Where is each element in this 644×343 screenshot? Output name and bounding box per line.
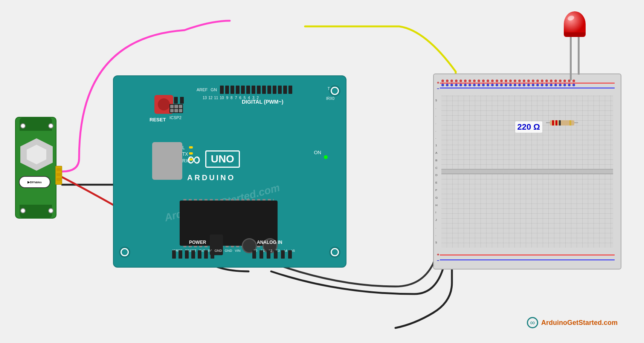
diagram-container: ▶DIY ables ArduinoGetStarted.com [0,0,644,343]
icsp2-label: ICSP2 [169,115,182,120]
arduino-text: ARDUINO [187,173,235,182]
d-pin-12 [225,86,229,94]
r-band-4 [569,120,571,126]
led-body [564,11,586,37]
sensor-connector [55,166,62,185]
arduino-uno: ArduinoGetStarted.com RESET AREF GN [113,75,346,271]
top-rail-dots [441,80,613,86]
power-label: POWER [189,240,206,245]
uno-text: UNO [211,153,234,165]
usb-port [152,142,182,180]
rail-bot-red [440,254,615,256]
rail-bot-blue [440,259,615,260]
d-pin-2 [278,86,282,94]
sensor-hex [20,138,53,171]
r-band-1 [552,120,554,126]
d-pin-8 [246,86,250,94]
rail-top-blue [440,87,615,89]
sensor-pin-1 [56,168,61,171]
digital-header: AREF GN [197,84,336,95]
l-label: L [182,145,185,150]
on-text: ON [314,150,322,155]
d-pin-4 [267,86,271,94]
d-pin-3 [273,86,276,94]
d-pin-11 [230,86,234,94]
sensor-dot-tr [48,123,53,129]
led-flat [564,32,586,37]
d-pin-6 [257,86,261,94]
resistance-label: 220 Ω [515,121,542,133]
d-pin-10 [236,86,240,94]
reset-label: RESET [150,117,166,122]
d-pin-13 [220,86,224,94]
arduino-logo-area: ∞ UNO [187,150,240,168]
gn-label: GN [211,87,217,92]
rail-plus-top: + [437,80,439,85]
mount-hole-br [331,248,339,256]
arduino-board: ArduinoGetStarted.com RESET AREF GN [113,75,346,268]
icsp2-header [169,104,183,113]
breadboard-row-labels-left: 5... ..1 ABCDE FGHIJ ..5 [435,97,438,246]
sensor-dot-bl [20,208,26,213]
led-shine [567,15,575,21]
sensor-pin-3 [56,178,61,181]
d-pin-1 [283,86,287,94]
d-pin-7 [252,86,255,94]
uno-badge: UNO [205,150,240,168]
rail-plus-bot: + [437,252,439,257]
led-component [564,11,586,80]
led-anode [570,37,572,80]
r-band-2 [555,120,557,126]
r-band-3 [559,120,561,126]
on-led [324,155,328,159]
resistor-lead-right [574,122,578,123]
analog-pins [252,250,292,259]
power-pins [172,250,214,259]
sensor-pin-2 [56,173,61,176]
breadboard: 5... ..1 ABCDE FGHIJ ..5 [433,74,621,270]
mount-hole-bl [121,248,129,256]
led-leads [564,37,586,80]
led-cathode [578,37,580,75]
mount-hole-tr [331,87,339,95]
watermark: ∞ ArduinoGetStarted.com [525,315,618,330]
infinity-symbol: ∞ [187,150,201,168]
resistor [546,119,578,127]
sensor-dot-br [48,208,53,213]
d-pin-0 [288,86,292,94]
sensor-hex-inner [27,145,46,164]
digital-pwm-label: DIGITAL (PWM~) [242,99,283,105]
watermark-logo: ∞ [525,315,540,330]
d-pin-5 [262,86,266,94]
watermark-text: ArduinoGetStarted.com [541,319,618,327]
chip-legs-top [183,199,274,201]
aref-gn-pins [174,97,184,104]
aref-label: AREF [197,87,208,92]
sensor-module: ▶DIY ables [11,117,60,226]
sensor-board: ▶DIY ables [15,117,56,219]
sensor-logo: ▶DIY ables [19,176,50,188]
rail-minus-bot: − [437,258,439,263]
resistor-body [550,120,574,126]
rail-minus-top: − [437,86,439,91]
sensor-dot-tl [20,123,26,129]
bb-center-divider [441,169,613,174]
reset-button-inner [158,98,170,110]
resistor-lead-left [546,122,550,123]
analog-label: ANALOG IN [257,240,282,245]
d-pin-9 [241,86,245,94]
